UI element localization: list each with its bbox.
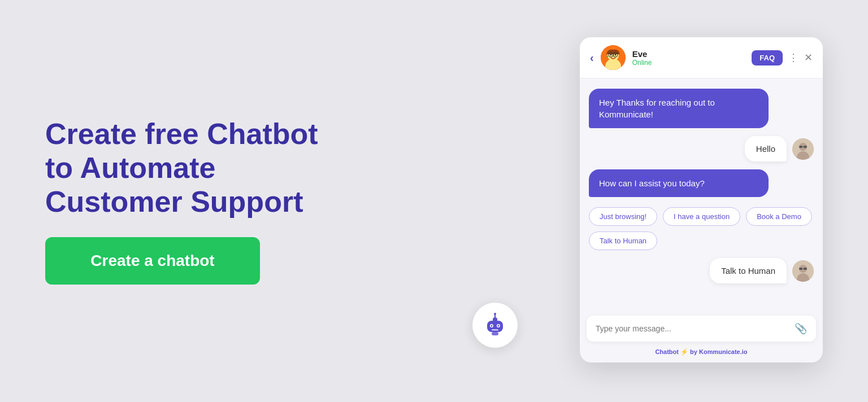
user-avatar-2: [792, 260, 814, 282]
svg-point-13: [610, 54, 611, 56]
quick-reply-demo[interactable]: Book a Demo: [746, 207, 812, 226]
left-section: Create free Chatbot to Automate Customer…: [45, 117, 318, 284]
bot-message-1: Hey Thanks for reaching out to Kommunica…: [589, 89, 769, 128]
attach-icon[interactable]: 📎: [795, 322, 807, 335]
close-icon[interactable]: ✕: [804, 51, 813, 64]
footer-brand: ⚡ by Kommunicate.io: [680, 348, 748, 355]
headline: Create free Chatbot to Automate Customer…: [45, 117, 318, 219]
bot-message-2: How can I assist you today?: [589, 169, 769, 197]
headline-line1: Create free Chatbot: [45, 117, 318, 150]
user-message-2: Talk to Human: [710, 258, 787, 283]
user-message-1: Hello: [745, 136, 787, 161]
agent-info: Eve Online: [632, 49, 745, 67]
svg-point-18: [606, 56, 608, 58]
headline-line3: Customer Support: [45, 185, 303, 218]
agent-name: Eve: [632, 49, 745, 59]
chat-body: Hey Thanks for reaching out to Kommunica…: [580, 78, 823, 316]
svg-point-14: [614, 54, 616, 56]
user-message-row-2: Talk to Human: [589, 258, 814, 283]
svg-rect-22: [799, 146, 802, 148]
quick-replies: Just browsing! I have a question Book a …: [589, 207, 814, 250]
robot-icon: [472, 303, 518, 348]
chat-window: ‹: [580, 37, 823, 362]
agent-status: Online: [632, 59, 745, 67]
more-icon[interactable]: ⋮: [788, 51, 798, 64]
header-actions: FAQ ⋮ ✕: [752, 50, 813, 65]
user-message-row-1: Hello: [589, 136, 814, 161]
svg-point-4: [491, 325, 493, 327]
chat-input[interactable]: [596, 324, 795, 333]
svg-rect-23: [804, 146, 807, 148]
svg-point-5: [498, 325, 500, 327]
chat-footer: Chatbot ⚡ by Kommunicate.io: [580, 348, 823, 362]
right-section: ‹: [427, 20, 823, 382]
back-button[interactable]: ‹: [590, 51, 594, 64]
chat-input-area: 📎: [587, 316, 816, 342]
chat-header: ‹: [580, 37, 823, 78]
svg-rect-29: [804, 268, 807, 270]
create-chatbot-button[interactable]: Create a chatbot: [45, 237, 260, 285]
svg-rect-6: [492, 329, 498, 331]
faq-button[interactable]: FAQ: [752, 50, 783, 65]
quick-reply-question[interactable]: I have a question: [663, 207, 740, 226]
headline-line2: to Automate: [45, 151, 215, 184]
agent-avatar: [601, 45, 626, 70]
quick-reply-browsing[interactable]: Just browsing!: [589, 207, 657, 226]
svg-rect-9: [492, 332, 498, 335]
footer-text: Chatbot: [655, 348, 679, 355]
user-avatar-1: [792, 138, 814, 160]
svg-rect-28: [799, 268, 802, 270]
svg-point-8: [494, 313, 496, 315]
quick-reply-human[interactable]: Talk to Human: [589, 231, 657, 250]
